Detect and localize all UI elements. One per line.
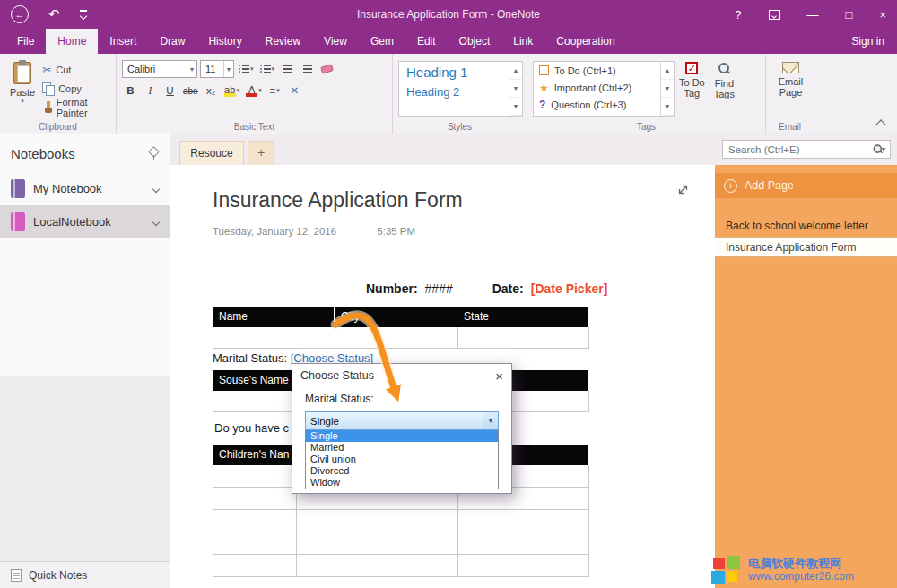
search-input[interactable] (723, 144, 872, 155)
highlight-color-bar (224, 93, 236, 97)
clear-formatting-button[interactable] (318, 61, 335, 78)
star-icon: ★ (539, 82, 549, 94)
clipboard-group-label: Clipboard (0, 122, 116, 132)
tag-todo[interactable]: To Do (Ctrl+1) (534, 62, 660, 79)
copy-button[interactable]: Copy (39, 79, 112, 98)
number-value[interactable]: #### (425, 281, 453, 296)
font-size-combo[interactable]: 11▾ (200, 60, 234, 78)
tab-insert[interactable]: Insert (98, 29, 148, 54)
pin-icon[interactable] (148, 147, 159, 160)
option-divorced[interactable]: Divorced (306, 465, 498, 477)
tab-file[interactable]: File (5, 29, 46, 54)
dropdown-option-list: Single Married Civil union Divorced Wido… (305, 430, 499, 489)
full-page-view-icon[interactable] (676, 183, 690, 196)
chevron-down-icon[interactable] (152, 185, 160, 192)
numbered-list-button[interactable]: ▾ (258, 61, 277, 78)
tab-view[interactable]: View (312, 29, 359, 54)
quick-notes-button[interactable]: Quick Notes (0, 561, 170, 588)
paste-button[interactable]: Paste ▾ (5, 58, 39, 119)
dropdown-chevron-icon[interactable]: ▼ (483, 412, 498, 429)
add-page-button[interactable]: + Add Page (715, 173, 897, 198)
brush-icon (42, 101, 52, 113)
bold-button[interactable]: B (122, 82, 139, 99)
tag-question[interactable]: ?Question (Ctrl+3) (534, 96, 660, 113)
ribbon-spacer (814, 54, 897, 134)
question-mark-icon: ? (539, 99, 545, 111)
customize-toolbar-icon[interactable] (80, 10, 87, 19)
page-tab-resouce[interactable]: Resouce (179, 141, 244, 165)
children-question-text[interactable]: Do you have c (214, 421, 289, 435)
envelope-icon (782, 62, 799, 74)
titlebar: ← ↶ Insurance Application Form - OneNote… (0, 0, 897, 29)
font-color-button[interactable]: A▾ (244, 82, 264, 99)
search-icon[interactable] (873, 144, 878, 155)
clipboard-group: Paste ▾ ✂Cut Copy Format Painter Clipboa… (0, 54, 117, 134)
table-row[interactable] (213, 532, 588, 555)
basic-text-group: Calibri▾ 11▾ ▾ ▾ B I U abe x₂ ab▾ A▾ (117, 54, 393, 134)
styles-group-label: Styles (393, 122, 527, 132)
option-single[interactable]: Single (306, 430, 498, 442)
tab-object[interactable]: Object (448, 29, 502, 54)
minimize-button[interactable]: — (807, 8, 819, 22)
sign-in-link[interactable]: Sign in (851, 29, 884, 54)
tab-cooperation[interactable]: Cooperation (544, 29, 626, 54)
increase-indent-button[interactable] (299, 61, 316, 78)
collapse-ribbon-icon[interactable] (875, 119, 885, 129)
section-tab-bar: Resouce + ▾ (170, 134, 897, 165)
notebook-local-notebook[interactable]: LocalNotebook (0, 205, 170, 238)
italic-button[interactable]: I (142, 82, 159, 99)
clear-button[interactable]: ✕ (286, 82, 303, 99)
tab-gem[interactable]: Gem (359, 29, 405, 54)
todo-tag-button[interactable]: ✓ To DoTag (675, 58, 710, 119)
ribbon-display-options-icon[interactable] (769, 10, 780, 20)
strikethrough-button[interactable]: abe (181, 82, 200, 99)
page-title[interactable]: Insurance Application Form (213, 188, 463, 212)
tag-important[interactable]: ★Important (Ctrl+2) (534, 79, 660, 96)
notebook-my-notebook[interactable]: My Notebook (0, 172, 170, 205)
table-row[interactable] (213, 510, 588, 532)
table-row[interactable] (213, 555, 588, 577)
paragraph-alignment-button[interactable]: ≡▾ (266, 82, 283, 99)
tab-edit[interactable]: Edit (405, 29, 448, 54)
marital-status-dropdown[interactable]: Single ▼ (305, 411, 499, 430)
style-heading2[interactable]: Heading 2 (399, 82, 509, 101)
subscript-button[interactable]: x₂ (203, 82, 220, 99)
decrease-indent-button[interactable] (279, 61, 296, 78)
style-heading1[interactable]: Heading 1 (399, 62, 509, 82)
restore-button[interactable]: □ (846, 8, 853, 22)
search-box[interactable]: ▾ (722, 140, 891, 159)
date-picker-placeholder[interactable]: [Date Picker] (531, 281, 608, 296)
underline-button[interactable]: U (161, 82, 179, 99)
paste-dropdown-icon[interactable]: ▾ (21, 98, 24, 105)
tab-draw[interactable]: Draw (148, 29, 196, 54)
email-page-button[interactable]: EmailPage (771, 58, 810, 101)
close-button[interactable]: × (879, 8, 886, 22)
todo-checkbox-icon (539, 65, 549, 75)
back-icon[interactable]: ← (11, 5, 29, 23)
add-section-tab[interactable]: + (248, 141, 274, 165)
option-civil-union[interactable]: Civil union (306, 454, 498, 465)
styles-gallery-scroll[interactable]: ▲▼▼ (509, 62, 522, 116)
font-family-combo[interactable]: Calibri▾ (122, 60, 197, 78)
chevron-down-icon[interactable] (152, 218, 160, 225)
page-item-welcome-letter[interactable]: Back to school welcome letter (715, 216, 897, 237)
watermark-url: www.computer26.com (748, 570, 854, 583)
tab-link[interactable]: Link (501, 29, 544, 54)
find-tags-button[interactable]: FindTags (710, 58, 739, 119)
format-painter-button[interactable]: Format Painter (39, 98, 112, 117)
help-icon[interactable]: ? (735, 8, 741, 22)
tab-review[interactable]: Review (254, 29, 312, 54)
dialog-close-icon[interactable]: × (495, 369, 503, 383)
option-widow[interactable]: Widow (306, 477, 498, 489)
notebooks-sidebar: Notebooks My Notebook LocalNotebook Quic… (0, 134, 170, 588)
tab-home[interactable]: Home (46, 29, 98, 54)
cut-button[interactable]: ✂Cut (39, 60, 112, 79)
table-row[interactable] (213, 327, 588, 349)
page-item-insurance-form[interactable]: Insurance Application Form (715, 237, 897, 257)
tags-gallery-scroll[interactable]: ▲▼▼ (660, 62, 674, 116)
undo-icon[interactable]: ↶ (48, 6, 60, 22)
highlight-button[interactable]: ab▾ (222, 82, 242, 99)
bullet-list-button[interactable]: ▾ (237, 61, 256, 78)
tab-history[interactable]: History (196, 29, 253, 54)
option-married[interactable]: Married (306, 442, 498, 454)
